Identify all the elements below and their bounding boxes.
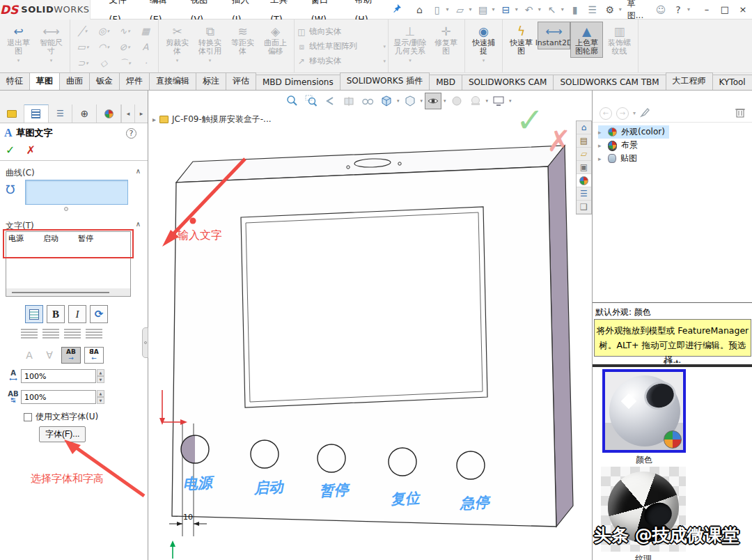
arc-tool[interactable]: ◠▾ — [93, 39, 114, 55]
rectangle-tool[interactable]: ▭▾ — [72, 39, 93, 55]
open-icon[interactable]: ▱ — [452, 2, 469, 17]
sketch-label-start[interactable]: 启动 — [253, 479, 285, 497]
dimension-value[interactable]: 10 — [183, 513, 193, 522]
caret-icon[interactable]: ▾ — [446, 6, 451, 13]
flyout-feature-tree[interactable]: ▸ JC-F09-触摸屏安装盒子-... — [152, 114, 272, 125]
tab-scroll-right[interactable]: ▸ — [134, 104, 148, 123]
back-icon[interactable]: ← — [600, 107, 612, 120]
maximize-button[interactable]: □ — [716, 2, 734, 17]
tab-cam-tbm[interactable]: SOLIDWORKS CAM TBM — [553, 75, 666, 90]
tab-direct-editing[interactable]: 直接编辑 — [149, 72, 196, 90]
line-tool[interactable]: ╱▾ — [72, 23, 93, 39]
tab-mbd[interactable]: MBD — [429, 75, 462, 90]
edit-brush-icon[interactable] — [640, 107, 651, 120]
select-cursor-icon[interactable]: ↖ — [544, 2, 561, 17]
caret-icon[interactable]: ▾ — [633, 110, 636, 116]
confirmation-corner-cancel[interactable]: ✗ — [547, 124, 571, 158]
caret-icon[interactable]: ▾ — [397, 98, 400, 104]
expand-icon[interactable]: ▸ — [598, 155, 604, 162]
quick-snaps-button[interactable]: ◉ 快速捕捉 ▾ — [467, 22, 500, 67]
tab-addins[interactable]: SOLIDWORKS 插件 — [340, 72, 430, 90]
mirror-entities-button[interactable]: ◫ 镜向实体 — [297, 24, 386, 39]
bold-button[interactable]: B — [47, 305, 65, 323]
trash-icon[interactable] — [735, 107, 745, 120]
undo-icon[interactable]: ↶ — [521, 2, 538, 17]
design-library-icon[interactable]: ▤ — [577, 134, 591, 148]
caret-icon[interactable]: ▾ — [687, 6, 692, 13]
tab-features[interactable]: 特征 — [0, 72, 30, 90]
touch-mode-icon[interactable]: ▮ — [567, 2, 583, 17]
align-right-button[interactable] — [64, 329, 81, 340]
tab-property-manager[interactable] — [24, 104, 49, 123]
tree-item-appearances[interactable]: ▸ 外观(color) — [598, 125, 669, 139]
curve-section-header[interactable]: 曲线(C) — [6, 167, 35, 179]
caret-icon[interactable]: ▾ — [515, 6, 520, 13]
cosmetic-thread-button[interactable]: ▥ 装饰螺纹线 — [603, 22, 636, 58]
caret-icon[interactable]: ▾ — [561, 6, 566, 13]
sketch-label-estop[interactable]: 急停 — [458, 494, 492, 512]
caret-icon[interactable]: ▾ — [486, 98, 489, 104]
view-settings-icon[interactable] — [490, 93, 507, 109]
gear-icon[interactable]: ⚙ — [602, 2, 618, 17]
screen-recess-outer[interactable] — [241, 207, 487, 407]
caret-icon[interactable]: ▾ — [444, 98, 446, 104]
offset-on-surface-button[interactable]: ◈ 曲面上偏移 — [259, 22, 292, 58]
display-style-icon[interactable] — [402, 93, 418, 109]
save-icon[interactable]: ▤ — [475, 2, 492, 17]
model-viewport[interactable]: 电源 启动 暂停 复位 急停 10 输入文字 — [148, 91, 592, 560]
zoom-area-icon[interactable] — [303, 93, 320, 109]
hide-show-items-icon[interactable] — [425, 93, 441, 109]
print-icon[interactable]: ⊟ — [498, 2, 515, 17]
custom-properties-icon[interactable]: ▣ — [577, 161, 591, 174]
tab-surfaces[interactable]: 曲面 — [59, 72, 90, 90]
appearances-tab-icon[interactable] — [577, 174, 591, 187]
rotate-button[interactable]: ⟳ — [90, 305, 108, 323]
panel-splitter-handle[interactable] — [142, 327, 148, 358]
tab-weldments[interactable]: 焊件 — [119, 72, 150, 90]
convert-entities-button[interactable]: ⧉ 转换实体引用 ▾ — [194, 22, 226, 67]
tab-engineer[interactable]: 大工程师 — [666, 72, 713, 90]
instant2d-button[interactable]: ⟷ Instant2D — [538, 22, 570, 49]
resize-handle[interactable] — [64, 207, 68, 211]
caret-icon[interactable]: ▾ — [469, 6, 474, 13]
slot-tool[interactable]: ⊃▾ — [72, 55, 93, 71]
spacing-input[interactable] — [21, 390, 96, 404]
section-view-icon[interactable] — [340, 93, 357, 109]
splitter-band[interactable] — [593, 364, 752, 367]
spacing-spinner[interactable]: ▲▼ — [97, 390, 104, 404]
move-entities-button[interactable]: ↗ 移动实体 ▾ — [297, 54, 386, 68]
align-left-button[interactable] — [21, 329, 38, 340]
tab-sheet-metal[interactable]: 钣金 — [89, 72, 120, 90]
file-explorer-icon[interactable]: ▱ — [577, 148, 591, 161]
tab-evaluate[interactable]: 评估 — [226, 72, 256, 90]
previous-view-icon[interactable] — [322, 93, 338, 109]
smart-dimension-button[interactable]: ⟷ 智能尺寸 ▾ — [35, 22, 68, 67]
width-factor-input[interactable] — [21, 369, 96, 383]
help-icon[interactable]: ? — [670, 2, 687, 17]
exit-sketch-button[interactable]: ↩ 退出草图 ▾ — [2, 22, 35, 67]
tree-item-decals[interactable]: ▸ 贴图 — [598, 152, 669, 165]
polygon-tool[interactable]: ◇ — [93, 55, 114, 71]
curve-selection-box[interactable] — [25, 180, 128, 205]
expand-icon[interactable]: ▸ — [598, 129, 604, 136]
home-icon[interactable]: ⌂ — [412, 2, 428, 17]
tab-scroll-left[interactable]: ◂ — [121, 104, 134, 123]
caret-icon[interactable]: ▾ — [421, 98, 423, 104]
tab-configuration-manager[interactable]: ☰ — [49, 104, 73, 123]
sketch-text-input[interactable]: 电源 启动 暂停 — [6, 232, 130, 289]
sketch-dropdown-label[interactable]: 草图... — [625, 0, 652, 22]
close-button[interactable]: × — [734, 2, 752, 17]
point-tool[interactable]: · — [135, 55, 156, 71]
expand-icon[interactable]: ▸ — [152, 116, 156, 123]
caret-icon[interactable]: ▾ — [492, 6, 497, 13]
graphics-area[interactable]: ▾ ▾ ▾ ▾ ▾ ▸ JC-F09-触摸屏安装盒子-... ✓ ✗ — [148, 91, 592, 560]
collapse-chevron-icon[interactable]: ∧ — [136, 220, 141, 228]
circle-tool[interactable]: ◎▾ — [93, 23, 114, 39]
sketch-label-pause[interactable]: 暂停 — [319, 481, 351, 499]
annotation-visibility-icon[interactable] — [359, 93, 376, 109]
pin-menu-icon[interactable] — [392, 3, 402, 15]
forward-icon[interactable]: → — [616, 107, 629, 120]
rapid-sketch-button[interactable]: ϟ 快速草图 — [505, 22, 538, 58]
view-orientation-icon[interactable] — [378, 93, 395, 109]
user-account-icon[interactable]: ☺ — [652, 2, 669, 17]
